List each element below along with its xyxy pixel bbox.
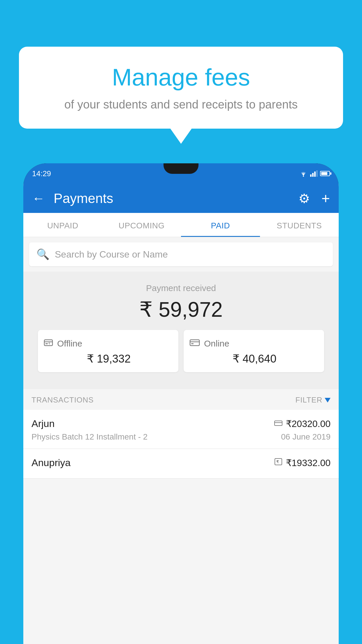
transaction-item[interactable]: Anupriya ₹ ₹19332.00 [23,449,339,479]
offline-card-top: ₹ Offline [44,338,173,349]
speech-bubble: Manage fees of your students and send re… [19,47,343,129]
offline-amount: ₹ 19,332 [44,352,173,365]
phone-screen: ← Payments ⚙ + UNPAID UPCOMING PAID STUD… [23,184,339,644]
online-icon [189,338,200,349]
online-amount: ₹ 40,640 [189,352,318,365]
svg-text:₹: ₹ [48,342,50,345]
transaction-item[interactable]: Arjun ₹20320.00 Physics Batch 12 Install… [23,410,339,449]
search-input[interactable]: Search by Course or Name [55,249,168,260]
tab-unpaid[interactable]: UNPAID [23,213,102,237]
svg-rect-12 [275,421,282,426]
transaction-name: Arjun [31,418,55,429]
header-title: Payments [54,190,293,206]
tab-paid[interactable]: PAID [181,213,260,237]
transaction-amount-row: ₹ ₹19332.00 [274,457,331,468]
offline-icon: ₹ [44,338,53,349]
transaction-amount-row: ₹20320.00 [274,418,331,429]
settings-icon[interactable]: ⚙ [298,191,310,206]
online-label: Online [204,339,229,349]
payment-type-icon: ₹ [274,458,282,468]
svg-rect-2 [312,173,314,177]
online-payment-card: Online ₹ 40,640 [184,330,324,372]
payment-type-icon [274,419,282,428]
bubble-subtitle: of your students and send receipts to pa… [34,96,328,113]
payment-total-amount: ₹ 59,972 [32,297,330,322]
wifi-icon [299,170,308,177]
back-button[interactable]: ← [32,191,45,206]
signal-icon [310,170,318,177]
transaction-amount: ₹20320.00 [286,418,331,429]
offline-payment-card: ₹ Offline ₹ 19,332 [38,330,178,372]
tab-upcoming[interactable]: UPCOMING [102,213,181,237]
svg-rect-11 [191,343,194,344]
status-time: 14:29 [32,169,51,178]
svg-rect-1 [310,174,312,177]
transaction-amount: ₹19332.00 [286,457,331,468]
payment-received-label: Payment received [32,283,330,293]
app-header: ← Payments ⚙ + [23,184,339,213]
transaction-course: Physics Batch 12 Installment - 2 [31,432,147,442]
svg-rect-7 [45,343,48,344]
phone-frame: 14:29 ← Payme [23,163,339,644]
transaction-details-row: Physics Batch 12 Installment - 2 06 June… [31,432,331,442]
svg-text:₹: ₹ [276,460,279,464]
svg-rect-3 [314,172,316,177]
transaction-date: 06 June 2019 [281,432,331,442]
status-icons [299,170,330,177]
filter-icon [325,398,331,402]
transactions-label: TRANSACTIONS [31,396,94,405]
transaction-row-top: Anupriya ₹ ₹19332.00 [31,457,331,468]
filter-button[interactable]: FILTER [296,396,331,405]
add-button[interactable]: + [321,190,330,207]
search-icon: 🔍 [36,248,50,260]
payment-received-section: Payment received ₹ 59,972 ₹ [23,272,339,389]
search-container[interactable]: 🔍 Search by Course or Name [29,242,333,266]
transaction-row-top: Arjun ₹20320.00 [31,418,331,429]
payment-cards-row: ₹ Offline ₹ 19,332 [32,330,330,380]
offline-label: Offline [57,339,82,349]
phone-notch [164,163,198,174]
svg-rect-4 [316,170,318,177]
battery-icon [320,171,330,176]
online-card-top: Online [189,338,318,349]
svg-rect-9 [190,340,199,346]
transaction-name: Anupriya [31,457,71,468]
bubble-title: Manage fees [34,64,328,90]
svg-point-0 [303,176,304,177]
transactions-header: TRANSACTIONS FILTER [23,389,339,410]
tabs-bar: UNPAID UPCOMING PAID STUDENTS [23,213,339,237]
tab-students[interactable]: STUDENTS [260,213,339,237]
